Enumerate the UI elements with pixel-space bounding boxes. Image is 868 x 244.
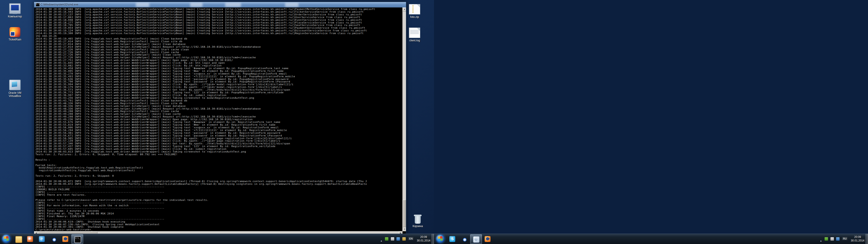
explorer-icon: [16, 236, 22, 243]
console-line: 2014-01-30 20:05:27,226 INFO [ru.foggyla…: [35, 48, 402, 51]
console-line: 2014-01-30 20:05:27,726 INFO [ru.foggyla…: [35, 54, 402, 56]
show-desktop-button[interactable]: [432, 234, 434, 244]
taskbar-right-monitor: ▲ RU 20:09 30.01.2014: [434, 234, 868, 244]
ie-icon: [39, 236, 45, 242]
tray-expand-icon[interactable]: ▲: [819, 239, 823, 242]
tray-speaker-icon[interactable]: [391, 237, 394, 241]
taskbar-app-explorer[interactable]: [13, 234, 24, 244]
taskbar-app-chrome[interactable]: [48, 234, 59, 244]
console-line: [INFO] ---------------------------------…: [35, 202, 402, 204]
clock-time: 20:09: [420, 236, 427, 239]
console-line: 2014-01-30 20:05:36,773 INFO [ru.foggyla…: [35, 91, 402, 94]
zip-icon: [409, 4, 420, 14]
console-line: C:\projects\kassir-web-test\trunk>_: [35, 228, 402, 231]
console-line: 192.168.10.26: [35, 35, 402, 37]
recycle-bin-icon: [414, 214, 422, 224]
left-monitor-desktop: Компьютер TicketRain Oracle VM VirtualBo…: [0, 0, 434, 244]
cmd-window: C:\Windows\system32\cmd.exe 2014-01-30 2…: [34, 2, 406, 235]
skype-icon: [450, 236, 455, 242]
titlebar-glass-ghost: [136, 2, 149, 7]
desktop-icon-label: client.log: [404, 39, 426, 42]
cmd-console-output[interactable]: 2014-01-30 20:05:16,880 INFO [org.apache…: [34, 7, 406, 235]
console-line: 2014-01-30 20:05:56,294 INFO [ru.foggyla…: [35, 129, 402, 132]
chrome-icon: [51, 236, 57, 242]
language-indicator[interactable]: RU: [842, 237, 848, 240]
console-line: [INFO] ---------------------------------…: [35, 207, 402, 210]
console-line: Tests run: 2, Failures: 2, Errors: 0, Sk…: [35, 175, 402, 177]
language-indicator[interactable]: EN: [408, 237, 413, 240]
console-line: 2014-01-30 20:05:57,139 INFO [ru.foggyla…: [35, 140, 402, 142]
console-line: 2014-01-30 20:05:16,943 INFO [org.apache…: [35, 11, 402, 13]
console-line: 2014-01-30 20:05:35,636 INFO [ru.foggyla…: [35, 78, 402, 81]
desktop-icon-zip[interactable]: foto.zip: [404, 4, 426, 19]
console-line: 2014-01-30 20:06:05,871 INFO [org.spring…: [35, 180, 402, 183]
console-line: [35, 156, 402, 159]
console-line: 2014-01-30 20:05:56,006 INFO [ru.foggyla…: [35, 126, 402, 129]
desktop-icon-computer[interactable]: Компьютер: [4, 3, 26, 18]
taskbar-app-firefox[interactable]: [482, 234, 493, 244]
tray-expand-icon[interactable]: ▲: [380, 239, 383, 242]
taskbar-app-wmp[interactable]: [24, 234, 36, 244]
console-line: 2014-01-30 20:05:19,054 INFO [org.apache…: [35, 27, 402, 29]
taskbar-clock[interactable]: 20:09 30.01.2014: [417, 235, 430, 242]
ticketrain-icon: [9, 27, 20, 37]
console-line: 2014-01-30 20:05:18,277 INFO [org.apache…: [35, 22, 402, 24]
tray-network-icon[interactable]: [397, 237, 400, 241]
show-desktop-button[interactable]: [866, 234, 868, 244]
console-line: 2014-01-30 20:05:48,336 INFO [ru.foggyla…: [35, 105, 402, 108]
console-line: 2014-01-30 20:05:49,208 INFO [ru.foggyla…: [35, 113, 402, 116]
taskbar-app-cmd[interactable]: [71, 234, 83, 244]
console-line: 2014-01-30 20:05:35,005 INFO [ru.foggyla…: [35, 70, 402, 72]
console-line: 2014-01-30 20:05:16,880 INFO [org.apache…: [35, 8, 402, 11]
desktop-icon-vbox[interactable]: Oracle VM VirtualBox: [4, 80, 26, 98]
console-line: 2014-01-30 20:05:35,790 INFO [ru.foggyla…: [35, 81, 402, 83]
taskbar-app-firefox[interactable]: [60, 234, 71, 244]
console-line: [ERROR] BUILD FAILURE: [35, 188, 402, 191]
start-button[interactable]: [436, 234, 445, 243]
console-line: 2014-01-30 20:05:27,726 INFO [ru.foggyla…: [35, 56, 402, 59]
console-line: 2014-01-30 20:06:06.619::INFO: Shutdown …: [35, 220, 402, 223]
tray-antivirus-icon[interactable]: [385, 237, 388, 241]
console-line: [INFO] Final Memory: 115M/247M: [35, 215, 402, 218]
console-line: 2014-01-30 20:05:56,671 INFO [ru.foggyla…: [35, 134, 402, 137]
tray-update-icon[interactable]: [402, 237, 406, 241]
console-line: 2014-01-30 20:05:35,994 INFO [ru.foggyla…: [35, 83, 402, 86]
tray-network-icon[interactable]: [836, 237, 839, 241]
desktop-icon-log[interactable]: client.log: [404, 28, 426, 42]
tray-speaker-icon[interactable]: [831, 237, 834, 241]
tray-icon[interactable]: [825, 237, 828, 241]
taskbar-app-chrome[interactable]: [458, 234, 470, 244]
console-line: 2014-01-30 20:05:36,997 INFO [ru.foggyla…: [35, 94, 402, 97]
taskbar-app-skype[interactable]: [447, 234, 458, 244]
console-line: 2014-01-30 20:05:18,048 INFO [org.apache…: [35, 19, 402, 22]
console-line: 2014-01-30 20:05:27,014 INFO [ru.foggyla…: [35, 43, 402, 45]
console-line: 2014-01-30 20:05:33,082 INFO [ru.foggyla…: [35, 64, 402, 67]
console-line: 2014-01-30 20:05:35,270 INFO [ru.foggyla…: [35, 72, 402, 75]
clock-time: 20:09: [854, 236, 861, 239]
desktop-icons-right: foto.zip client.log: [404, 4, 426, 51]
start-button[interactable]: [2, 234, 11, 243]
desktop-icon-ticketrain[interactable]: TicketRain: [4, 27, 26, 41]
console-line: 2014-01-30 20:05:56,905 INFO [ru.foggyla…: [35, 137, 402, 140]
clock-date: 30.01.2014: [851, 239, 864, 242]
taskbar-app-nb[interactable]: [470, 234, 482, 244]
cmd-vertical-scrollbar[interactable]: ▲ ▼: [402, 7, 406, 231]
console-line: [35, 177, 402, 180]
console-line: Results :: [35, 159, 402, 161]
console-line: [35, 172, 402, 175]
taskbar-app-ie[interactable]: [36, 234, 48, 244]
chrome-icon: [461, 236, 467, 242]
system-tray-right: ▲ RU 20:09 30.01.2014: [819, 234, 866, 244]
console-line: [INFO] ---------------------------------…: [35, 185, 402, 188]
console-line: 2014-01-30 20:05:17,137 INFO [org.apache…: [35, 13, 402, 16]
cmd-titlebar[interactable]: C:\Windows\system32\cmd.exe: [34, 2, 406, 7]
console-line: [INFO] There are test failures.: [35, 194, 402, 196]
titlebar-glass-ghost: [190, 2, 203, 7]
wmp-icon: [27, 236, 33, 242]
console-line: 2014-01-30 20:05:17,863 INFO [org.apache…: [35, 16, 402, 19]
taskbar-clock[interactable]: 20:09 30.01.2014: [851, 235, 864, 242]
desktop-icon-recycle-bin[interactable]: Корзина: [407, 214, 429, 228]
console-line: 2014-01-30 20:05:27,726 INFO [ru.foggyla…: [35, 51, 402, 54]
console-line: 2014-01-30 20:05:34,458 INFO [ru.foggyla…: [35, 67, 402, 70]
console-line: 2014-01-30 20:06:05,872 INFO [org.spring…: [35, 183, 402, 185]
